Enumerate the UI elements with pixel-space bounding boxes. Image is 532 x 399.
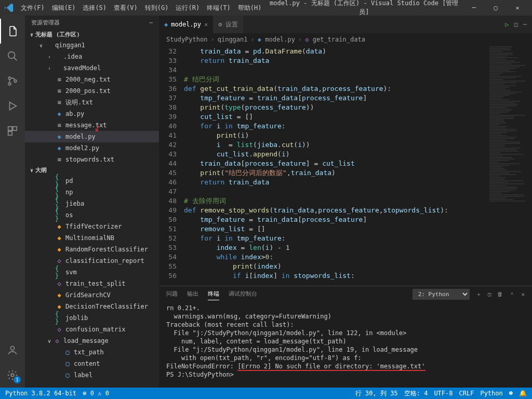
svg-rect-4 (8, 127, 12, 130)
explorer-icon[interactable] (0, 19, 25, 44)
txt-icon: ≡ (55, 87, 63, 95)
more-icon[interactable]: ⋯ (149, 19, 153, 26)
mod-icon: { } (55, 188, 63, 196)
file-tree-item[interactable]: ◆ab.py (25, 108, 159, 119)
menu-item[interactable]: 选择(S) (79, 2, 110, 15)
outline-item[interactable]: ▢content (25, 358, 159, 369)
outline-item[interactable]: { }np (25, 187, 159, 198)
panel-tab[interactable]: 终端 (208, 288, 219, 300)
outline-item[interactable]: ◆DecisionTreeClassifier (25, 301, 159, 312)
breadcrumb-item[interactable]: qinggan1 (218, 36, 248, 43)
workspace-header[interactable]: ∨无标题 (工作区) (25, 30, 159, 39)
file-tree-item[interactable]: ≡说明.txt (25, 97, 159, 108)
close-button[interactable]: ✕ (507, 1, 528, 15)
more-actions-icon[interactable]: ⋯ (523, 21, 527, 28)
file-tree-item[interactable]: ›savedModel (25, 62, 159, 74)
menu-item[interactable]: 文件(F) (18, 2, 48, 15)
editor-tab[interactable]: ◆ model.py ✕ (159, 16, 213, 33)
file-tree-item[interactable]: ∨qinggan1 (25, 39, 159, 51)
svg-point-3 (14, 80, 17, 83)
terminal-dropdown[interactable]: 2: Python (413, 289, 470, 300)
split-terminal-icon[interactable]: ◫ (488, 291, 491, 298)
terminal-output[interactable]: rn 0.21+. warnings.warn(msg, category=Fu… (159, 302, 532, 388)
outline-item[interactable]: { }joblib (25, 312, 159, 324)
terminal-panel: 问题输出终端调试控制台 2: Python ＋ ◫ 🗑 ＾ ✕ rn 0.21+… (159, 286, 532, 388)
breadcrumb-item[interactable]: StudyPython (166, 36, 207, 43)
outline-item[interactable]: { }jieba (25, 198, 159, 209)
line-numbers: 32 33 34 35 36 37 38 39 40 41 42 43 44 4… (159, 46, 184, 286)
cursor-position[interactable]: 行 30, 列 35 (355, 389, 398, 398)
editor-tabs: ◆ model.py ✕⚙ 设置 ▷ ◫ ⋯ (159, 16, 532, 33)
breadcrumb-item[interactable]: ◇ get_train_data (305, 36, 365, 43)
outline-item[interactable]: { }os (25, 209, 159, 221)
extensions-icon[interactable] (0, 118, 25, 143)
notifications-icon[interactable]: 🔔 (519, 390, 527, 397)
activity-bar: 1 (0, 16, 25, 388)
outline-item[interactable]: ∨◇load_message (25, 335, 159, 347)
minimap[interactable] (486, 46, 532, 286)
editor-tab[interactable]: ⚙ 设置 (213, 16, 243, 33)
breadcrumb[interactable]: StudyPython›qinggan1›◆ model.py›◇ get_tr… (159, 33, 532, 46)
fld-icon (45, 41, 53, 49)
eol[interactable]: CRLF (459, 390, 474, 397)
file-tree-item[interactable]: ◆model2.py (25, 142, 159, 154)
accounts-icon[interactable] (0, 338, 25, 363)
search-icon[interactable] (0, 44, 25, 69)
menu-item[interactable]: 转到(G) (142, 2, 172, 15)
code-editor[interactable]: train_data = pd.DataFrame(data) return t… (184, 46, 486, 286)
minimize-button[interactable]: ─ (463, 1, 484, 15)
feedback-icon[interactable]: ☻ (509, 390, 513, 397)
python-version[interactable]: Python 3.8.2 64-bit (5, 390, 76, 397)
menu-item[interactable]: 编辑(E) (49, 2, 79, 15)
file-tree-item[interactable]: ≡message.txt (25, 119, 159, 131)
menu-item[interactable]: 查看(V) (111, 2, 141, 15)
outline-item[interactable]: ▢txt_path (25, 347, 159, 358)
panel-tab[interactable]: 输出 (187, 288, 198, 300)
menu-item[interactable]: 帮助(H) (235, 2, 265, 15)
menu-item[interactable]: 终端(T) (204, 2, 234, 15)
close-tab-icon[interactable]: ✕ (204, 21, 208, 28)
panel-tab[interactable]: 调试控制台 (229, 288, 257, 300)
menu-item[interactable]: 运行(R) (172, 2, 203, 15)
outline-item[interactable]: ◇train_test_split (25, 278, 159, 289)
run-icon[interactable]: ▷ (505, 21, 509, 28)
new-terminal-icon[interactable]: ＋ (476, 290, 482, 298)
outline-item[interactable]: ▢label (25, 369, 159, 381)
maximize-button[interactable]: ▢ (485, 1, 506, 15)
outline-item[interactable]: ◆GridSearchCV (25, 289, 159, 301)
settings-gear-icon[interactable]: 1 (0, 363, 25, 388)
run-debug-icon[interactable] (0, 94, 25, 118)
indentation[interactable]: 空格: 4 (404, 389, 428, 398)
outline-item[interactable]: ◆RandomForestClassifier (25, 244, 159, 255)
outline-item[interactable]: { }svm (25, 267, 159, 278)
kill-terminal-icon[interactable]: 🗑 (497, 291, 503, 298)
var-icon: ▢ (63, 360, 72, 368)
file-tree-item[interactable]: ≡stopwords.txt (25, 154, 159, 165)
file-tree-item[interactable]: ≡2000_neg.txt (25, 74, 159, 85)
source-control-icon[interactable] (0, 69, 25, 94)
update-badge: 1 (14, 376, 21, 383)
outline-item[interactable]: ◆MultinomialNB (25, 232, 159, 244)
fn-icon: ◇ (53, 337, 61, 345)
maximize-panel-icon[interactable]: ＾ (509, 290, 515, 298)
fn-icon: ◇ (55, 257, 63, 265)
outline-item[interactable]: ◆TfidfVectorizer (25, 221, 159, 232)
language-mode[interactable]: Python (480, 390, 502, 397)
outline-item[interactable]: { }pd (25, 175, 159, 187)
svg-point-0 (8, 52, 15, 59)
outline-item[interactable]: ◇classification_report (25, 255, 159, 267)
file-tree-item[interactable]: ◆model.py (25, 131, 159, 142)
file-tree-item[interactable]: ≡2000_pos.txt (25, 85, 159, 97)
file-tree-item[interactable]: ›.idea (25, 51, 159, 62)
encoding[interactable]: UTF-8 (434, 390, 453, 397)
cls-icon: ◆ (55, 234, 63, 242)
close-panel-icon[interactable]: ✕ (521, 291, 525, 298)
panel-tab[interactable]: 问题 (166, 288, 178, 300)
outline-header[interactable]: ∨大纲 (25, 165, 159, 175)
problems-status[interactable]: ⊗ 0 ⚠ 0 (83, 390, 109, 397)
cls-icon: ◆ (55, 302, 63, 311)
outline-item[interactable]: ◇confusion_matrix (25, 324, 159, 335)
breadcrumb-item[interactable]: ◆ model.py (258, 36, 295, 43)
split-editor-icon[interactable]: ◫ (514, 21, 518, 28)
status-bar: Python 3.8.2 64-bit ⊗ 0 ⚠ 0 行 30, 列 35 空… (0, 388, 532, 399)
